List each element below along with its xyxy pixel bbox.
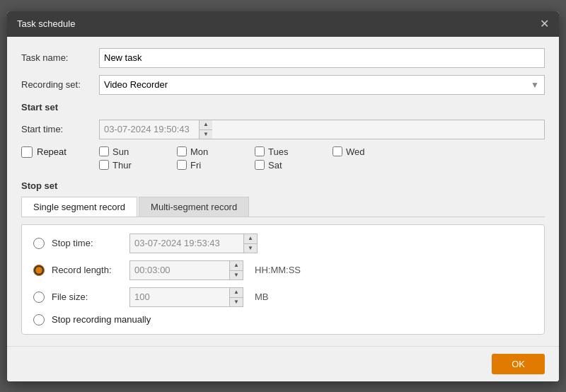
dialog-body: Task name: Recording set: Video Recorder… bbox=[7, 37, 559, 346]
task-name-input[interactable] bbox=[99, 48, 545, 68]
record-length-radio[interactable] bbox=[33, 265, 45, 276]
stop-set-title: Stop set bbox=[21, 180, 545, 191]
day-sun-checkbox[interactable] bbox=[99, 146, 109, 156]
day-fri-checkbox[interactable] bbox=[177, 160, 187, 170]
start-time-row: Start time: ▲ ▼ bbox=[21, 120, 545, 139]
file-size-up-button[interactable]: ▲ bbox=[230, 288, 243, 297]
repeat-label: Repeat bbox=[37, 146, 67, 157]
file-size-spinbox: ▲ ▼ bbox=[129, 287, 243, 307]
stop-time-spinbox: ▲ ▼ bbox=[129, 234, 258, 253]
start-time-input[interactable] bbox=[100, 120, 199, 139]
day-mon: Mon bbox=[177, 146, 248, 157]
repeat-row: Repeat Sun Mon Tues bbox=[21, 146, 545, 173]
stop-time-row: Stop time: ▲ ▼ bbox=[33, 234, 533, 253]
file-size-down-button[interactable]: ▼ bbox=[230, 297, 243, 306]
repeat-checkbox[interactable] bbox=[21, 146, 33, 158]
day-thur: Thur bbox=[99, 160, 170, 171]
repeat-label-area: Repeat bbox=[21, 146, 99, 158]
tab-single-segment[interactable]: Single segment record bbox=[21, 197, 137, 217]
day-sat: Sat bbox=[255, 160, 325, 171]
ok-button[interactable]: OK bbox=[492, 354, 545, 374]
stop-time-radio[interactable] bbox=[33, 238, 45, 249]
stop-time-up-button[interactable]: ▲ bbox=[244, 234, 257, 243]
days-container: Sun Mon Tues Wed bbox=[99, 146, 410, 173]
days-row-2: Thur Fri Sat bbox=[99, 160, 410, 171]
tab-content: Stop time: ▲ ▼ Record length: ▲ bbox=[21, 224, 545, 335]
stop-time-down-button[interactable]: ▼ bbox=[244, 243, 257, 253]
start-time-spinbox-buttons: ▲ ▼ bbox=[199, 120, 212, 139]
record-length-label: Record length: bbox=[52, 265, 122, 275]
stop-manually-row: Stop recording manually bbox=[33, 314, 533, 325]
day-thur-label: Thur bbox=[112, 160, 132, 171]
task-schedule-dialog: Task schedule ✕ Task name: Recording set… bbox=[7, 11, 559, 381]
record-length-spinbox-buttons: ▲ ▼ bbox=[229, 261, 243, 279]
start-time-up-button[interactable]: ▲ bbox=[200, 120, 212, 129]
day-sun-label: Sun bbox=[112, 146, 129, 157]
day-thur-checkbox[interactable] bbox=[99, 160, 109, 170]
day-fri: Fri bbox=[177, 160, 248, 171]
tab-multi-segment[interactable]: Multi-segment record bbox=[139, 197, 249, 217]
stop-manually-radio[interactable] bbox=[33, 314, 45, 325]
day-fri-label: Fri bbox=[190, 160, 201, 171]
recording-set-row: Recording set: Video Recorder ▼ bbox=[21, 75, 545, 95]
day-wed-label: Wed bbox=[346, 146, 365, 157]
record-length-unit: HH:MM:SS bbox=[255, 265, 301, 275]
record-length-up-button[interactable]: ▲ bbox=[230, 261, 243, 270]
day-tues: Tues bbox=[255, 146, 325, 157]
file-size-input[interactable] bbox=[130, 288, 229, 306]
record-length-input[interactable] bbox=[130, 261, 229, 279]
dialog-title: Task schedule bbox=[17, 18, 75, 29]
stop-manually-label: Stop recording manually bbox=[52, 314, 151, 325]
file-size-label: File size: bbox=[52, 292, 122, 302]
day-mon-checkbox[interactable] bbox=[177, 146, 187, 156]
stop-time-spinbox-buttons: ▲ ▼ bbox=[243, 234, 257, 253]
day-tues-label: Tues bbox=[268, 146, 288, 157]
start-time-down-button[interactable]: ▼ bbox=[200, 129, 212, 139]
recording-set-select[interactable]: Video Recorder bbox=[99, 75, 545, 95]
file-size-row: File size: ▲ ▼ MB bbox=[33, 287, 533, 307]
start-set-title: Start set bbox=[21, 102, 545, 113]
task-name-label: Task name: bbox=[21, 52, 99, 63]
day-sat-label: Sat bbox=[268, 160, 282, 171]
close-button[interactable]: ✕ bbox=[540, 18, 549, 30]
file-size-unit: MB bbox=[255, 292, 269, 302]
stop-time-label: Stop time: bbox=[52, 238, 122, 248]
stop-time-input[interactable] bbox=[130, 234, 243, 253]
record-length-spinbox: ▲ ▼ bbox=[129, 260, 243, 280]
day-tues-checkbox[interactable] bbox=[255, 146, 265, 156]
dialog-footer: OK bbox=[7, 346, 559, 381]
file-size-radio[interactable] bbox=[33, 292, 45, 303]
day-sun: Sun bbox=[99, 146, 170, 157]
recording-set-label: Recording set: bbox=[21, 79, 99, 90]
start-time-spinbox: ▲ ▼ bbox=[99, 120, 545, 139]
file-size-spinbox-buttons: ▲ ▼ bbox=[229, 288, 243, 306]
recording-set-select-wrapper: Video Recorder ▼ bbox=[99, 75, 545, 95]
day-wed-checkbox[interactable] bbox=[333, 146, 342, 156]
task-name-row: Task name: bbox=[21, 48, 545, 68]
day-mon-label: Mon bbox=[190, 146, 208, 157]
day-sat-checkbox[interactable] bbox=[255, 160, 265, 170]
record-length-down-button[interactable]: ▼ bbox=[230, 270, 243, 279]
day-wed: Wed bbox=[333, 146, 403, 157]
record-length-row: Record length: ▲ ▼ HH:MM:SS bbox=[33, 260, 533, 280]
tabs-bar: Single segment record Multi-segment reco… bbox=[21, 197, 545, 217]
start-time-label: Start time: bbox=[21, 124, 99, 134]
days-row-1: Sun Mon Tues Wed bbox=[99, 146, 410, 157]
title-bar: Task schedule ✕ bbox=[7, 11, 559, 37]
